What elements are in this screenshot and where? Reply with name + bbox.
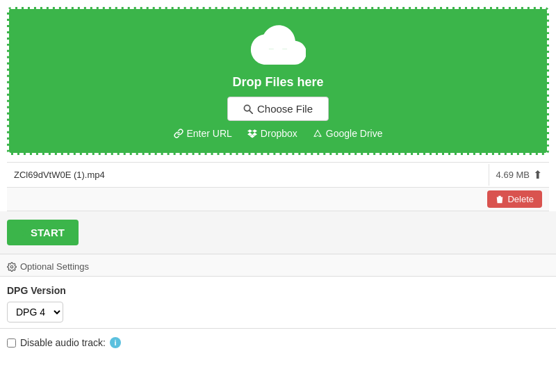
optional-settings-title[interactable]: Optional Settings <box>7 261 549 272</box>
dropbox-label: Dropbox <box>261 128 297 139</box>
delete-button[interactable]: Delete <box>487 190 542 208</box>
upload-zone[interactable]: Drop Files here Choose File Enter URL Dr… <box>7 7 549 155</box>
delete-row: Delete <box>7 188 549 211</box>
disable-audio-checkbox[interactable] <box>7 338 16 348</box>
dpg-version-label: DPG Version <box>7 285 549 296</box>
enter-url-link[interactable]: Enter URL <box>174 128 232 139</box>
url-links: Enter URL Dropbox Google Drive <box>174 128 383 139</box>
cloud-upload-icon <box>250 23 306 68</box>
link-icon <box>174 129 183 138</box>
dpg-version-select[interactable]: DPG 4 DPG 3 DPG 2 DPG 1 <box>7 302 63 322</box>
start-button[interactable]: START <box>7 220 79 245</box>
dropbox-link[interactable]: Dropbox <box>247 128 297 139</box>
start-label: START <box>31 227 65 238</box>
disable-audio-text: Disable audio track: <box>20 337 106 348</box>
disable-audio-label[interactable]: Disable audio track: i <box>7 337 549 348</box>
search-icon <box>243 104 253 114</box>
file-name: ZCl69dVtW0E (1).mp4 <box>7 164 489 186</box>
optional-settings-label: Optional Settings <box>20 261 89 272</box>
file-row: ZCl69dVtW0E (1).mp4 4.69 MB ⬆ <box>7 162 549 188</box>
dropbox-icon <box>247 129 257 138</box>
file-size-value: 4.69 MB <box>496 170 530 180</box>
google-drive-label: Google Drive <box>326 128 383 139</box>
dpg-version-section: DPG Version DPG 4 DPG 3 DPG 2 DPG 1 <box>0 277 556 329</box>
gear-icon <box>7 262 17 272</box>
optional-settings-header[interactable]: Optional Settings <box>0 254 556 277</box>
svg-line-3 <box>250 111 252 113</box>
drop-text: Drop Files here <box>232 75 323 90</box>
google-drive-icon <box>313 129 322 138</box>
trash-icon <box>496 195 504 204</box>
delete-label: Delete <box>507 194 534 204</box>
info-icon[interactable]: i <box>110 337 121 348</box>
enter-url-label: Enter URL <box>187 128 232 139</box>
choose-file-button[interactable]: Choose File <box>227 97 329 121</box>
file-size: 4.69 MB ⬆ <box>489 163 549 187</box>
upload-status-icon: ⬆ <box>533 168 542 181</box>
start-section: START <box>0 211 556 254</box>
google-drive-link[interactable]: Google Drive <box>313 128 383 139</box>
chevron-right-icon <box>21 229 26 236</box>
svg-point-4 <box>10 266 13 268</box>
choose-file-label: Choose File <box>257 103 313 115</box>
audio-section: Disable audio track: i <box>0 329 556 357</box>
